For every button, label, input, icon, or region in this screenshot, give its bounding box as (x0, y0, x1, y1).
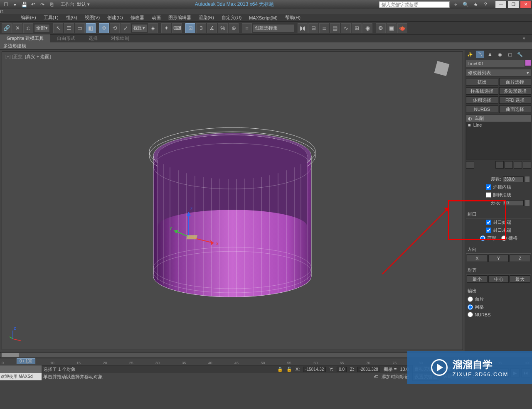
segments-spinner[interactable] (525, 200, 530, 206)
help2-icon[interactable]: ? (481, 1, 490, 8)
ribbon-subpanel[interactable]: 多边形建模 (0, 42, 532, 50)
keyboard-btn[interactable]: ⌨ (172, 23, 182, 33)
layer-btn[interactable]: ≣ (319, 23, 329, 33)
modify-tab-icon[interactable]: 〽 (476, 51, 484, 58)
select-region-btn[interactable]: ▭ (75, 23, 85, 33)
undo-icon[interactable]: ↶ (29, 1, 37, 8)
sel-btn-1[interactable]: 面片选择 (499, 78, 532, 86)
menu-animation[interactable]: 动画 (148, 14, 164, 22)
flip-normals-check[interactable] (486, 192, 491, 198)
snap3-btn[interactable]: 3 (196, 23, 206, 33)
new-icon[interactable]: ☐ (2, 1, 10, 8)
dir-z-btn[interactable]: Z (510, 255, 530, 262)
stack-line[interactable]: ■Line (466, 122, 531, 128)
render-setup-btn[interactable]: ⚙ (376, 23, 386, 33)
manip-btn[interactable]: ✦ (161, 23, 171, 33)
align-btn[interactable]: ⊟ (308, 23, 318, 33)
time-tag-label[interactable]: 添加时间标记 (382, 374, 409, 380)
curve-btn[interactable]: ∿ (341, 23, 351, 33)
ribbon-btn[interactable]: ▤ (330, 23, 340, 33)
hierarchy-tab-icon[interactable]: ♟ (486, 51, 494, 58)
percent-snap-btn[interactable]: % (218, 23, 228, 33)
menu-help[interactable]: 帮助(H) (282, 14, 304, 22)
viewcube[interactable] (429, 60, 454, 85)
scale-btn[interactable]: ⤢ (121, 23, 131, 33)
x-coord[interactable]: -15814.32 (303, 367, 326, 372)
menu-maxscript[interactable]: MAXScript(M) (246, 15, 281, 21)
help-icon[interactable]: ⌖ (451, 1, 460, 8)
dir-x-btn[interactable]: X (467, 255, 488, 262)
select-name-btn[interactable]: ☰ (64, 23, 74, 33)
utilities-tab-icon[interactable]: 🔧 (516, 51, 524, 58)
object-name-field[interactable]: Line001 (466, 60, 525, 67)
pivot-btn[interactable]: ◈ (148, 23, 158, 33)
sel-btn-6[interactable]: NURBS (466, 105, 498, 113)
segments-input[interactable] (503, 200, 524, 206)
weld-core-check[interactable] (486, 184, 491, 190)
ribbon-tab-selection[interactable]: 选择 (82, 34, 104, 42)
sel-btn-5[interactable]: FFD 选择 (499, 96, 532, 104)
display-tab-icon[interactable]: ▢ (506, 51, 514, 58)
object-color-swatch[interactable] (525, 60, 531, 66)
degrees-spinner[interactable] (525, 176, 530, 182)
modifier-list-dropdown[interactable]: 修改器列表▾ (466, 69, 531, 76)
cap-end-check[interactable] (486, 228, 491, 233)
stack-lathe[interactable]: ◐车削 (466, 115, 531, 122)
out-mesh-radio[interactable] (468, 304, 473, 310)
ribbon-tab-freeform[interactable]: 自由形式 (50, 34, 82, 42)
star-icon[interactable]: ★ (471, 1, 480, 8)
sel-btn-4[interactable]: 体积选择 (466, 96, 498, 104)
sel-btn-2[interactable]: 样条线选择 (466, 87, 498, 95)
angle-snap-btn[interactable]: ∡ (207, 23, 217, 33)
ribbon-collapse-icon[interactable]: ▾ (516, 35, 532, 42)
remove-mod-icon[interactable] (514, 161, 522, 169)
close-button[interactable]: ✕ (520, 1, 532, 8)
menu-edit[interactable]: 编辑(E) (17, 14, 39, 22)
menu-tools[interactable]: 工具(T) (40, 14, 62, 22)
grid-radio[interactable] (501, 235, 507, 241)
min-button[interactable]: — (495, 1, 507, 8)
max-button[interactable]: ❐ (507, 1, 519, 8)
cap-start-check[interactable] (486, 220, 491, 225)
viewport-label[interactable]: [+] [正交] [真实 + 边面] (5, 54, 51, 60)
align-center-btn[interactable]: 中心 (488, 275, 509, 283)
ribbon-tab-paint[interactable]: 对象绘制 (104, 34, 136, 42)
open-icon[interactable]: ▾ (11, 1, 19, 8)
rendered-frame-btn[interactable]: ▣ (387, 23, 397, 33)
rotate-btn[interactable]: ⟲ (110, 23, 120, 33)
sel-btn-7[interactable]: 曲面选择 (499, 105, 532, 113)
sel-btn-0[interactable]: 抗出 (466, 78, 498, 86)
named-sel-dropdown[interactable]: 创建选择集 (253, 24, 294, 32)
make-unique-icon[interactable] (505, 161, 513, 169)
dir-y-btn[interactable]: Y (488, 255, 509, 262)
menu-views[interactable]: 视图(V) (81, 14, 103, 22)
config-mod-icon[interactable] (523, 161, 531, 169)
search-web-icon[interactable]: 🔍 (461, 1, 470, 8)
viewport[interactable]: [+] [正交] [真实 + 边面] (2, 51, 463, 350)
selection-filter[interactable]: 全部 ▾ (34, 24, 50, 32)
align-min-btn[interactable]: 最小 (467, 275, 488, 283)
menu-create[interactable]: 创建(C) (104, 14, 126, 22)
menu-group[interactable]: 组(G) (63, 14, 81, 22)
mirror-btn[interactable]: ◗◖ (298, 23, 308, 33)
align-max-btn[interactable]: 最大 (510, 275, 530, 283)
show-end-icon[interactable] (495, 161, 504, 169)
window-cross-btn[interactable]: ◧ (86, 23, 96, 33)
motion-tab-icon[interactable]: ◉ (496, 51, 504, 58)
menu-grapheditor[interactable]: 图形编辑器 (165, 14, 195, 22)
pin-stack-icon[interactable] (466, 161, 474, 169)
schematic-btn[interactable]: ⊞ (352, 23, 362, 33)
modifier-stack[interactable]: ◐车削 ■Line (466, 115, 531, 159)
redo-icon[interactable]: ↷ (38, 1, 47, 8)
search-input[interactable] (379, 1, 450, 8)
out-patch-radio[interactable] (468, 296, 473, 302)
move-btn[interactable]: ✥ (99, 23, 109, 33)
ribbon-tab-graphite[interactable]: Graphite 建模工具 (0, 34, 50, 42)
menu-customize[interactable]: 自定义(U) (218, 14, 245, 22)
named-sel-btn[interactable]: ≡ (242, 23, 252, 33)
menu-modifier[interactable]: 修改器 (127, 14, 148, 22)
link-icon[interactable]: ⎘ (47, 1, 56, 8)
material-btn[interactable]: ◉ (362, 23, 372, 33)
morph-radio[interactable] (480, 235, 485, 241)
y-coord[interactable]: 0.0 (337, 367, 347, 372)
